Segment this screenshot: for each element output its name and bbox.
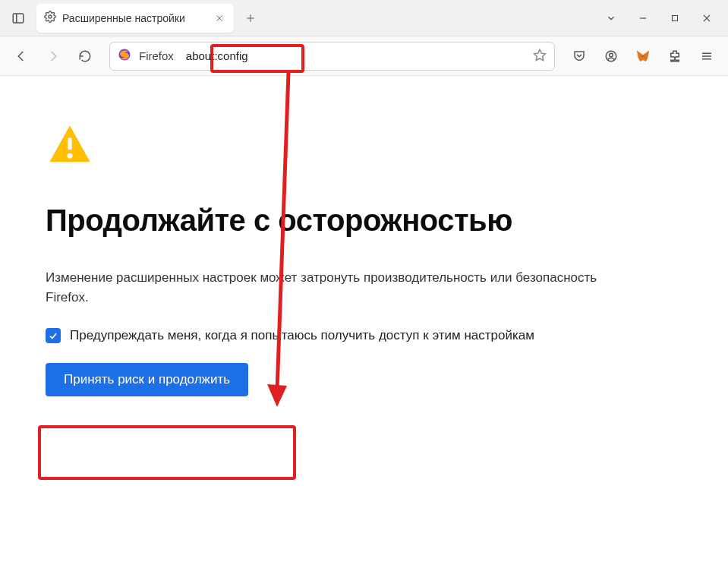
sidebar-toggle-button[interactable] xyxy=(5,5,32,32)
active-tab[interactable]: Расширенные настройки xyxy=(36,4,234,33)
account-button[interactable] xyxy=(597,43,625,70)
annotation-highlight-button xyxy=(38,425,296,480)
tab-title: Расширенные настройки xyxy=(62,12,206,24)
firefox-logo-icon xyxy=(118,48,131,65)
url-text: about:config xyxy=(181,48,253,64)
svg-rect-20 xyxy=(68,137,71,150)
warn-checkbox-row[interactable]: Предупреждать меня, когда я попытаюсь по… xyxy=(46,328,638,343)
bookmark-star-icon[interactable] xyxy=(533,48,547,65)
page-heading: Продолжайте с осторожностью xyxy=(46,204,638,238)
warning-icon xyxy=(46,121,638,173)
tab-close-button[interactable] xyxy=(213,11,226,25)
maximize-button[interactable] xyxy=(666,9,684,27)
app-menu-button[interactable] xyxy=(693,43,720,70)
extensions-button[interactable] xyxy=(661,43,689,70)
gear-icon xyxy=(44,11,56,26)
url-bar[interactable]: Firefox about:config xyxy=(109,42,555,71)
metamask-extension-icon[interactable] xyxy=(629,43,657,70)
svg-point-14 xyxy=(610,53,613,57)
page-description: Изменение расширенных настроек может зат… xyxy=(46,268,638,307)
svg-point-2 xyxy=(49,15,52,18)
tab-strip: Расширенные настройки xyxy=(0,0,728,36)
svg-rect-8 xyxy=(673,15,678,21)
about-config-warning: Продолжайте с осторожностью Изменение ра… xyxy=(0,76,683,427)
pocket-button[interactable] xyxy=(566,43,593,70)
svg-marker-12 xyxy=(534,49,546,60)
warn-checkbox-label: Предупреждать меня, когда я попытаюсь по… xyxy=(70,328,534,343)
window-controls xyxy=(602,9,723,27)
warn-checkbox[interactable] xyxy=(46,328,61,343)
svg-point-21 xyxy=(68,153,73,159)
accept-risk-button[interactable]: Принять риск и продолжить xyxy=(46,363,248,396)
minimize-button[interactable] xyxy=(634,9,652,27)
svg-rect-0 xyxy=(13,14,24,23)
close-window-button[interactable] xyxy=(698,9,716,27)
nav-toolbar: Firefox about:config xyxy=(0,36,728,76)
list-all-tabs-button[interactable] xyxy=(602,9,620,27)
identity-label: Firefox xyxy=(139,49,174,62)
back-button[interactable] xyxy=(8,43,35,70)
forward-button[interactable] xyxy=(39,43,67,70)
new-tab-button[interactable] xyxy=(238,6,263,30)
reload-button[interactable] xyxy=(71,43,99,70)
